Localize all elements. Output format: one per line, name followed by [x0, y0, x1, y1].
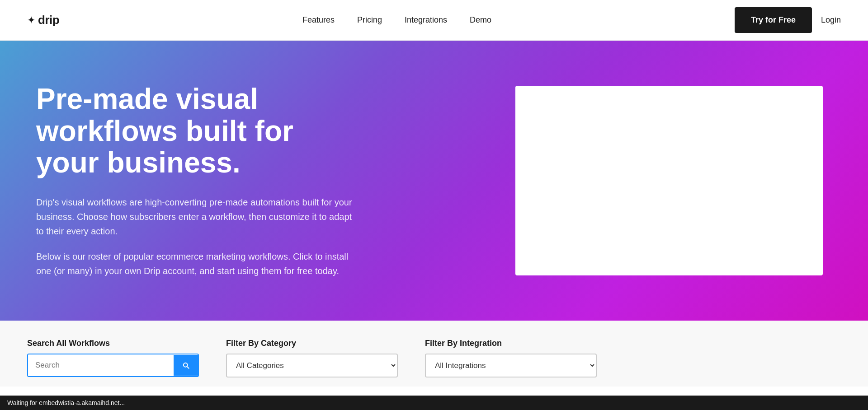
- filter-category-select[interactable]: All Categories Abandoned Cart Welcome Se…: [226, 354, 398, 377]
- navbar: ✦ drip Features Pricing Integrations Dem…: [0, 0, 868, 41]
- hero-content: Pre-made visual workflows built for your…: [36, 83, 353, 278]
- hero-video-placeholder: [515, 86, 823, 275]
- login-button[interactable]: Login: [821, 15, 841, 25]
- search-icon: [182, 361, 190, 369]
- nav-item-pricing[interactable]: Pricing: [357, 15, 382, 25]
- search-button[interactable]: [174, 355, 198, 376]
- hero-title: Pre-made visual workflows built for your…: [36, 83, 353, 178]
- filter-category-label: Filter By Category: [226, 339, 398, 348]
- logo-link[interactable]: ✦ drip: [27, 13, 59, 27]
- search-label: Search All Workflows: [27, 339, 199, 348]
- nav-item-demo[interactable]: Demo: [470, 15, 491, 25]
- filter-integration-select[interactable]: All Integrations Shopify WooCommerce Big…: [425, 354, 597, 377]
- filter-integration-group: Filter By Integration All Integrations S…: [425, 339, 597, 377]
- search-input[interactable]: [28, 354, 174, 376]
- hero-section: Pre-made visual workflows built for your…: [0, 41, 868, 321]
- search-input-wrapper: [27, 354, 199, 377]
- nav-item-integrations[interactable]: Integrations: [405, 15, 447, 25]
- nav-link-pricing[interactable]: Pricing: [357, 15, 382, 24]
- nav-link-demo[interactable]: Demo: [470, 15, 491, 24]
- filter-category-group: Filter By Category All Categories Abando…: [226, 339, 398, 377]
- navbar-left: ✦ drip: [27, 13, 59, 27]
- try-for-free-button[interactable]: Try for Free: [735, 7, 812, 33]
- nav-link-features[interactable]: Features: [302, 15, 335, 24]
- search-group: Search All Workflows: [27, 339, 199, 377]
- filter-integration-label: Filter By Integration: [425, 339, 597, 348]
- nav-link-integrations[interactable]: Integrations: [405, 15, 447, 24]
- hero-description-2: Below is our roster of popular ecommerce…: [36, 249, 353, 278]
- main-nav: Features Pricing Integrations Demo: [302, 15, 491, 25]
- navbar-right: Try for Free Login: [735, 7, 841, 33]
- drip-logo-icon: ✦: [27, 14, 35, 26]
- nav-item-features[interactable]: Features: [302, 15, 335, 25]
- search-section: Search All Workflows Filter By Category …: [0, 321, 868, 387]
- drip-logo-text: drip: [38, 13, 59, 27]
- hero-description-1: Drip's visual workflows are high-convert…: [36, 195, 353, 238]
